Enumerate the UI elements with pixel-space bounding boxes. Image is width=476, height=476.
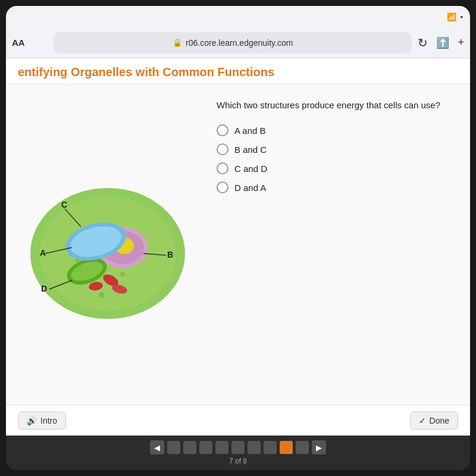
share-icon[interactable]: ⬆️ <box>436 36 449 49</box>
option-c[interactable]: C and D <box>217 162 456 174</box>
intro-label: Intro <box>40 416 57 425</box>
options-list: A and B B and C C and D D and A <box>217 124 456 193</box>
page-content: entifying Organelles with Common Functio… <box>6 58 470 436</box>
nav-dot-5[interactable] <box>231 441 245 454</box>
radio-a[interactable] <box>217 124 228 136</box>
lock-icon: 🔒 <box>173 38 182 47</box>
nav-dot-2[interactable] <box>183 441 196 454</box>
page-body: C A B D Which two structures prod <box>6 84 470 405</box>
svg-point-10 <box>99 292 105 298</box>
page-header: entifying Organelles with Common Functio… <box>6 58 470 84</box>
option-a[interactable]: A and B <box>217 124 456 136</box>
question-area: Which two structures produce energy that… <box>212 94 461 395</box>
radio-c[interactable] <box>217 162 228 174</box>
check-icon: ✓ <box>419 416 426 425</box>
option-a-label: A and B <box>234 126 266 136</box>
radio-d[interactable] <box>217 181 228 193</box>
option-c-label: C and D <box>234 164 267 174</box>
address-bar[interactable]: 🔒 r06.core.learn.edgenuity.com <box>54 32 412 54</box>
wifi-icon: 📶 <box>447 12 456 21</box>
svg-text:A: A <box>40 248 46 258</box>
nav-dots: ◀ ▶ <box>150 440 326 455</box>
browser-bar: AA 🔒 r06.core.learn.edgenuity.com ↻ ⬆️ + <box>6 27 470 58</box>
option-b[interactable]: B and C <box>217 143 456 155</box>
browser-left: AA <box>12 37 48 48</box>
radio-b[interactable] <box>217 143 228 155</box>
nav-dot-7[interactable] <box>264 441 277 454</box>
nav-bar: ◀ ▶ 7 of 8 <box>6 436 470 470</box>
done-label: Done <box>430 416 449 425</box>
question-text: Which two structures produce energy that… <box>217 99 456 111</box>
refresh-icon[interactable]: ↻ <box>418 36 428 50</box>
nav-dot-1[interactable] <box>167 441 180 454</box>
status-bar: 📶 ▪ <box>6 6 470 27</box>
next-arrow[interactable]: ▶ <box>312 440 326 455</box>
bottom-bar: 🔊 Intro ✓ Done <box>6 405 470 436</box>
browser-right: ↻ ⬆️ + <box>418 36 464 50</box>
nav-dot-6[interactable] <box>248 441 261 454</box>
page-count: 7 of 8 <box>229 457 247 465</box>
url-text: r06.core.learn.edgenuity.com <box>186 38 293 48</box>
nav-dot-9[interactable] <box>296 441 309 454</box>
prev-arrow[interactable]: ◀ <box>150 440 164 455</box>
new-tab-icon[interactable]: + <box>458 36 464 49</box>
svg-text:B: B <box>167 250 173 259</box>
nav-dot-3[interactable] <box>199 441 212 454</box>
nav-dot-4[interactable] <box>215 441 228 454</box>
cell-illustration: C A B D <box>18 155 197 334</box>
speaker-icon: 🔊 <box>27 416 37 425</box>
option-d-label: D and A <box>234 183 266 193</box>
intro-button[interactable]: 🔊 Intro <box>18 412 66 430</box>
done-button[interactable]: ✓ Done <box>410 412 458 430</box>
svg-point-9 <box>120 272 125 277</box>
ipad-frame: 📶 ▪ AA 🔒 r06.core.learn.edgenuity.com ↻ … <box>6 6 470 470</box>
aa-label[interactable]: AA <box>12 37 25 48</box>
battery-icon: ▪ <box>460 12 463 21</box>
status-icons: 📶 ▪ <box>447 12 463 21</box>
svg-text:C: C <box>61 200 67 209</box>
page-title: entifying Organelles with Common Functio… <box>18 65 274 79</box>
svg-text:D: D <box>41 284 47 293</box>
option-d[interactable]: D and A <box>217 181 456 193</box>
cell-diagram: C A B D <box>15 94 200 395</box>
nav-dot-8-active[interactable] <box>280 441 293 454</box>
svg-point-11 <box>80 272 85 277</box>
option-b-label: B and C <box>234 145 267 155</box>
